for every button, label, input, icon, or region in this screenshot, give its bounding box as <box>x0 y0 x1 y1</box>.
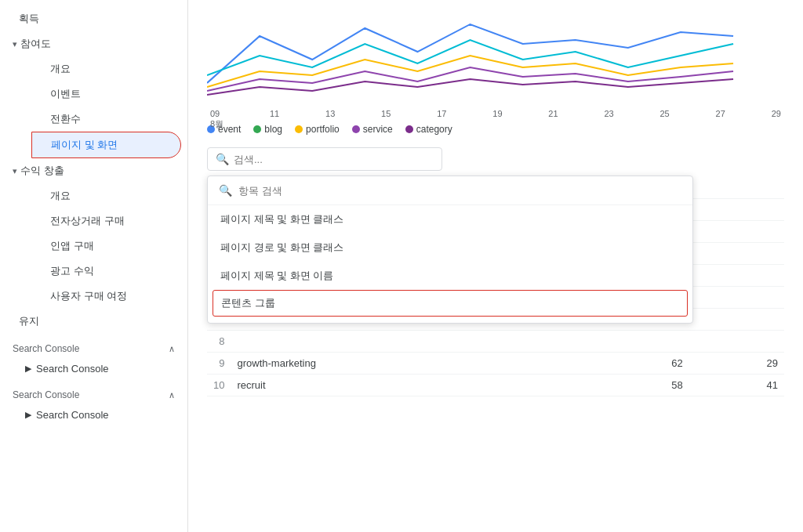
search-input-wrap[interactable]: 🔍 <box>207 147 442 171</box>
arrow-icon2: ▶ <box>25 410 31 420</box>
dropdown-option-page-title-name[interactable]: 페이지 제목 및 화면 이름 <box>208 262 692 290</box>
table-row: 8 <box>207 331 784 353</box>
dropdown-search-input[interactable] <box>238 185 681 197</box>
main-content: 098월 11 13 15 17 19 21 23 25 27 29 event… <box>188 0 803 532</box>
sidebar-item-monetization-ads[interactable]: 광고 수익 <box>31 259 181 284</box>
table-cell-val1: 62 <box>594 353 689 375</box>
table-cell-val2 <box>689 199 784 221</box>
chevron-down-icon2: ▾ <box>13 166 17 176</box>
table-cell-num: 9 <box>207 353 231 375</box>
search-input[interactable] <box>234 154 434 165</box>
table-cell-val2 <box>689 177 784 199</box>
sidebar-item-monetization-ecommerce[interactable]: 전자상거래 구매 <box>31 208 181 233</box>
table-cell-val2 <box>689 331 784 353</box>
table-cell-val2 <box>689 265 784 287</box>
table-cell-val2 <box>689 309 784 331</box>
sidebar-item-monetization-overview[interactable]: 개요 <box>31 183 181 208</box>
sidebar-engagement-children: 개요 이벤트 전환수 페이지 및 화면 <box>0 56 187 158</box>
chevron-up-icon1: ∧ <box>169 344 175 354</box>
line-chart <box>207 13 784 107</box>
sidebar-group-monetization-label: 수익 창출 <box>20 164 64 178</box>
chart-area: 098월 11 13 15 17 19 21 23 25 27 29 <box>207 13 784 114</box>
sidebar-item-engagement-pages[interactable]: 페이지 및 화면 <box>31 132 181 158</box>
table-cell-val1: 58 <box>594 375 689 396</box>
sidebar-group-engagement-label: 참여도 <box>20 37 51 51</box>
sidebar: 획득 ▾ 참여도 개요 이벤트 전환수 페이지 및 화면 ▾ 수익 창출 개요 … <box>0 0 188 532</box>
sidebar-section-search-console-1[interactable]: Search Console ∧ <box>0 334 187 357</box>
table-cell-num: 8 <box>207 331 231 353</box>
search-icon: 🔍 <box>216 153 229 165</box>
dropdown-search-row: 🔍 <box>208 176 692 205</box>
sidebar-section-sub-search-console-2[interactable]: ▶ Search Console <box>0 404 187 426</box>
table-cell-num: 10 <box>207 375 231 396</box>
dropdown-search-icon: 🔍 <box>219 184 232 197</box>
chart-x-labels: 098월 11 13 15 17 19 21 23 25 27 29 <box>207 109 784 130</box>
table-cell-name[interactable]: recruit <box>231 375 594 396</box>
table-cell-val2 <box>689 287 784 309</box>
table-cell-val2 <box>689 243 784 265</box>
sidebar-item-retention[interactable]: 유지 <box>0 309 181 334</box>
sidebar-item-engagement-overview[interactable]: 개요 <box>31 56 181 81</box>
sidebar-item-acquisition-label: 획득 <box>19 12 39 26</box>
dropdown-option-content-group[interactable]: 콘텐츠 그룹 <box>213 290 688 317</box>
sidebar-group-monetization[interactable]: ▾ 수익 창출 <box>0 158 187 183</box>
sidebar-section-sub-search-console-1[interactable]: ▶ Search Console <box>0 357 187 380</box>
arrow-icon1: ▶ <box>25 364 31 374</box>
table-cell-val2: 29 <box>689 353 784 375</box>
dropdown-option-page-path-class[interactable]: 페이지 경로 및 화면 클래스 <box>208 233 692 262</box>
sidebar-item-acquisition[interactable]: 획득 <box>0 6 181 31</box>
chevron-down-icon: ▾ <box>13 39 17 49</box>
dropdown-popup: 🔍 페이지 제목 및 화면 클래스 페이지 경로 및 화면 클래스 페이지 제목… <box>207 176 693 324</box>
search-bar-row: 🔍 🔍 페이지 제목 및 화면 클래스 페이지 경로 및 화면 클래스 페이지 … <box>207 147 784 171</box>
sidebar-group-engagement[interactable]: ▾ 참여도 <box>0 31 187 56</box>
table-cell-name <box>231 331 594 353</box>
sidebar-item-engagement-conversions[interactable]: 전환수 <box>31 107 181 132</box>
table-cell-name[interactable]: growth-marketing <box>231 353 594 375</box>
dropdown-option-page-title-class[interactable]: 페이지 제목 및 화면 클래스 <box>208 205 692 233</box>
sidebar-section-search-console-2[interactable]: Search Console ∧ <box>0 380 187 404</box>
table-cell-val2 <box>689 221 784 243</box>
table-cell-val1 <box>594 331 689 353</box>
table-row: 10recruit5841 <box>207 375 784 396</box>
table-row: 9growth-marketing6229 <box>207 353 784 375</box>
sidebar-item-monetization-journey[interactable]: 사용자 구매 여정 <box>31 284 181 309</box>
chevron-up-icon2: ∧ <box>169 390 175 400</box>
sidebar-monetization-children: 개요 전자상거래 구매 인앱 구매 광고 수익 사용자 구매 여정 <box>0 183 187 309</box>
sidebar-item-monetization-inapp[interactable]: 인앱 구매 <box>31 233 181 259</box>
table-cell-val2: 41 <box>689 375 784 396</box>
sidebar-item-engagement-events[interactable]: 이벤트 <box>31 81 181 107</box>
